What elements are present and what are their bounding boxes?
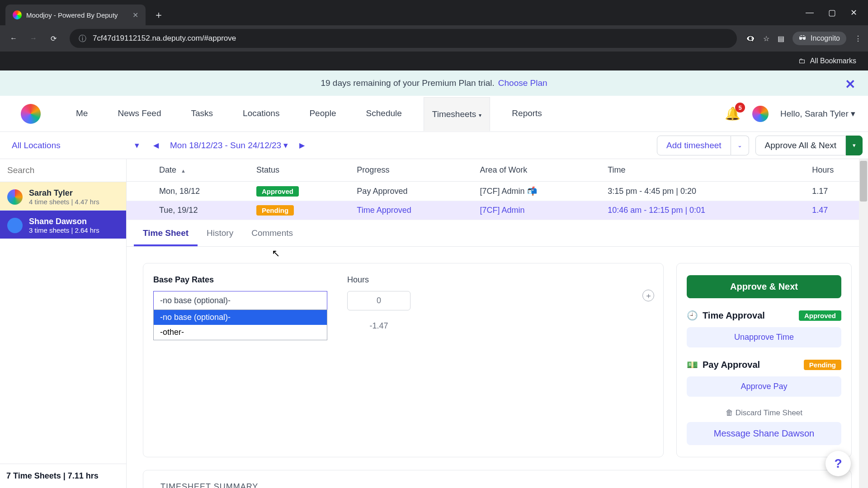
date-range-picker[interactable]: Mon 18/12/23 - Sun 24/12/23 ▾	[166, 136, 292, 155]
detail-body: Base Pay Rates -no base (optional)- -oth…	[127, 247, 868, 457]
col-progress[interactable]: Progress	[351, 159, 474, 182]
approve-all-caret[interactable]: ▾	[846, 136, 863, 155]
avatar	[7, 189, 23, 205]
employee-item[interactable]: Sarah Tyler 4 time sheets | 4.47 hrs	[0, 182, 126, 210]
forward-button[interactable]: →	[26, 31, 41, 46]
detail-tabs: Time Sheet History Comments	[127, 220, 868, 247]
folder-icon: 🗀	[798, 57, 806, 65]
col-area[interactable]: Area of Work	[475, 159, 603, 182]
col-date[interactable]: Date	[154, 159, 251, 182]
approve-next-button[interactable]: Approve & Next	[687, 275, 841, 298]
date-range-text: Mon 18/12/23 - Sun 24/12/23	[170, 141, 281, 150]
table-row[interactable]: Mon, 18/12 Approved Pay Approved [7CF] A…	[127, 182, 868, 201]
trash-icon: 🗑	[726, 408, 733, 417]
kebab-menu-icon[interactable]: ⋮	[854, 34, 862, 43]
incognito-indicator[interactable]: 🕶 Incognito	[793, 32, 846, 45]
time-approval-title: 🕘Time Approval	[687, 310, 765, 321]
employee-name: Shane Dawson	[29, 217, 99, 226]
nav-timesheets[interactable]: Timesheets▾	[424, 97, 491, 131]
browser-tab[interactable]: Moodjoy - Powered By Deputy ✕	[5, 5, 146, 25]
cell-time: 3:15 pm - 4:45 pm | 0:20	[602, 182, 807, 201]
cell-area: [7CF] Admin	[480, 206, 525, 215]
nav-me[interactable]: Me	[68, 97, 96, 131]
user-avatar[interactable]	[752, 106, 769, 122]
employee-item[interactable]: Shane Dawson 3 time sheets | 2.64 hrs	[0, 210, 126, 239]
chevron-down-icon: ▾	[135, 140, 139, 150]
new-tab-button[interactable]: ＋	[154, 8, 164, 22]
scrollbar-thumb[interactable]	[860, 161, 867, 202]
employee-search-input[interactable]	[7, 165, 119, 175]
status-badge: Approved	[256, 186, 299, 197]
cell-progress: Pay Approved	[351, 182, 474, 201]
nav-locations[interactable]: Locations	[235, 97, 288, 131]
nav-news-feed[interactable]: News Feed	[109, 97, 169, 131]
notifications-bell[interactable]: 🔔5	[725, 106, 741, 121]
url-input[interactable]: ⓘ 7cf47d19112152.na.deputy.com/#approve	[70, 29, 737, 48]
employee-search-wrap	[0, 159, 126, 182]
unapprove-time-button[interactable]: Unapprove Time	[687, 327, 841, 347]
dropdown-option[interactable]: -other-	[154, 325, 327, 340]
date-prev-button[interactable]: ◀	[146, 136, 166, 155]
reader-icon[interactable]: ▤	[778, 34, 784, 43]
add-timesheet-caret[interactable]: ⌄	[731, 136, 749, 155]
base-pay-select[interactable]	[153, 291, 327, 310]
cash-icon: 💵	[687, 359, 698, 370]
dropdown-option[interactable]: -no base (optional)-	[154, 310, 327, 325]
approve-all-button[interactable]: Approve All & Next	[755, 136, 846, 155]
date-navigator: ◀ Mon 18/12/23 - Sun 24/12/23 ▾ ▶	[146, 136, 312, 155]
nav-items: Me News Feed Tasks Locations People Sche…	[68, 97, 550, 131]
date-next-button[interactable]: ▶	[292, 136, 312, 155]
nav-schedule[interactable]: Schedule	[358, 97, 410, 131]
site-info-icon[interactable]: ⓘ	[79, 33, 86, 44]
maximize-icon[interactable]: ▢	[828, 8, 836, 18]
address-bar: ← → ⟳ ⓘ 7cf47d19112152.na.deputy.com/#ap…	[0, 25, 868, 52]
col-time[interactable]: Time	[602, 159, 807, 182]
approval-card: Approve & Next 🕘Time Approval Approved U…	[676, 263, 852, 457]
discard-timesheet-link[interactable]: 🗑 Discard Time Sheet	[687, 408, 841, 418]
back-button[interactable]: ←	[6, 31, 21, 46]
summary-title: TIMESHEET SUMMARY	[160, 482, 834, 488]
add-timesheet-button[interactable]: Add timesheet	[657, 136, 731, 155]
help-bubble[interactable]: ?	[826, 451, 851, 476]
col-status[interactable]: Status	[251, 159, 351, 182]
pay-approval-text: Pay Approval	[703, 360, 760, 370]
cell-progress: Time Approved	[357, 206, 411, 215]
nav-tasks[interactable]: Tasks	[183, 97, 222, 131]
tab-close-icon[interactable]: ✕	[132, 11, 138, 19]
hours-input[interactable]: 0	[347, 291, 410, 310]
add-pay-rate-icon[interactable]: ＋	[642, 290, 654, 301]
add-timesheet-group: Add timesheet ⌄	[657, 136, 749, 155]
tab-timesheet[interactable]: Time Sheet	[134, 220, 198, 246]
cell-date: Tue, 19/12	[154, 201, 251, 220]
choose-plan-link[interactable]: Choose Plan	[498, 78, 547, 88]
status-badge: Pending	[256, 205, 294, 216]
user-greeting[interactable]: Hello, Sarah Tyler ▾	[780, 108, 855, 119]
close-window-icon[interactable]: ✕	[850, 8, 857, 18]
message-employee-button[interactable]: Message Shane Dawson	[687, 422, 841, 445]
nav-people[interactable]: People	[301, 97, 344, 131]
nav-reports[interactable]: Reports	[504, 97, 550, 131]
scrollbar[interactable]	[859, 159, 868, 488]
cell-time: 10:46 am - 12:15 pm | 0:01	[608, 206, 705, 215]
approve-all-group: Approve All & Next ▾	[755, 136, 863, 155]
trial-message: 19 days remaining of your Premium Plan t…	[321, 78, 494, 88]
filter-bar: All Locations ▾ ◀ Mon 18/12/23 - Sun 24/…	[0, 132, 868, 159]
chevron-down-icon: ▾	[283, 141, 288, 150]
app-logo[interactable]	[21, 104, 41, 124]
bell-count: 5	[735, 103, 745, 113]
banner-close-icon[interactable]: ✕	[845, 77, 855, 92]
reload-button[interactable]: ⟳	[46, 31, 61, 46]
base-pay-card: Base Pay Rates -no base (optional)- -oth…	[143, 263, 664, 457]
table-row[interactable]: Tue, 19/12 Pending Time Approved [7CF] A…	[127, 201, 868, 220]
employee-meta: 4 time sheets | 4.47 hrs	[29, 198, 99, 206]
minimize-icon[interactable]: ―	[806, 8, 814, 18]
timesheet-table: Date Status Progress Area of Work Time H…	[127, 159, 868, 220]
bookmark-star-icon[interactable]: ☆	[763, 34, 769, 43]
eye-off-icon[interactable]: 👁‍🗨	[746, 34, 755, 43]
location-dropdown[interactable]: All Locations ▾	[5, 136, 146, 155]
tab-comments[interactable]: Comments	[242, 220, 302, 246]
approve-pay-button[interactable]: Approve Pay	[687, 376, 841, 397]
greeting-text: Hello, Sarah Tyler	[780, 109, 849, 118]
all-bookmarks-button[interactable]: All Bookmarks	[810, 57, 856, 65]
tab-history[interactable]: History	[198, 220, 242, 246]
